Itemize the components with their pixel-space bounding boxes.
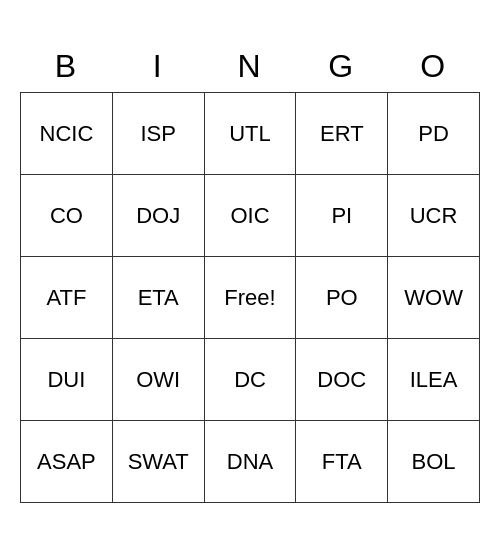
cell-r3-c2: DC xyxy=(204,339,296,421)
cell-r4-c2: DNA xyxy=(204,421,296,503)
cell-r4-c3: FTA xyxy=(296,421,388,503)
header-b: B xyxy=(21,41,113,93)
cell-r2-c4: WOW xyxy=(388,257,480,339)
cell-r1-c1: DOJ xyxy=(112,175,204,257)
cell-r2-c3: PO xyxy=(296,257,388,339)
cell-r2-c0: ATF xyxy=(21,257,113,339)
cell-r0-c4: PD xyxy=(388,93,480,175)
cell-r3-c3: DOC xyxy=(296,339,388,421)
cell-r3-c0: DUI xyxy=(21,339,113,421)
table-row: NCICISPUTLERTPD xyxy=(21,93,480,175)
cell-r1-c0: CO xyxy=(21,175,113,257)
cell-r1-c3: PI xyxy=(296,175,388,257)
table-row: CODOJOICPIUCR xyxy=(21,175,480,257)
header-o: O xyxy=(388,41,480,93)
cell-r4-c0: ASAP xyxy=(21,421,113,503)
cell-r2-c2: Free! xyxy=(204,257,296,339)
cell-r0-c1: ISP xyxy=(112,93,204,175)
table-row: DUIOWIDCDOCILEA xyxy=(21,339,480,421)
cell-r4-c1: SWAT xyxy=(112,421,204,503)
header-n: N xyxy=(204,41,296,93)
cell-r3-c1: OWI xyxy=(112,339,204,421)
header-i: I xyxy=(112,41,204,93)
header-g: G xyxy=(296,41,388,93)
bingo-header-row: B I N G O xyxy=(21,41,480,93)
cell-r4-c4: BOL xyxy=(388,421,480,503)
bingo-body: NCICISPUTLERTPDCODOJOICPIUCRATFETAFree!P… xyxy=(21,93,480,503)
cell-r1-c2: OIC xyxy=(204,175,296,257)
cell-r0-c0: NCIC xyxy=(21,93,113,175)
cell-r3-c4: ILEA xyxy=(388,339,480,421)
cell-r0-c2: UTL xyxy=(204,93,296,175)
bingo-card: B I N G O NCICISPUTLERTPDCODOJOICPIUCRAT… xyxy=(20,41,480,504)
table-row: ASAPSWATDNAFTABOL xyxy=(21,421,480,503)
cell-r0-c3: ERT xyxy=(296,93,388,175)
cell-r2-c1: ETA xyxy=(112,257,204,339)
cell-r1-c4: UCR xyxy=(388,175,480,257)
table-row: ATFETAFree!POWOW xyxy=(21,257,480,339)
